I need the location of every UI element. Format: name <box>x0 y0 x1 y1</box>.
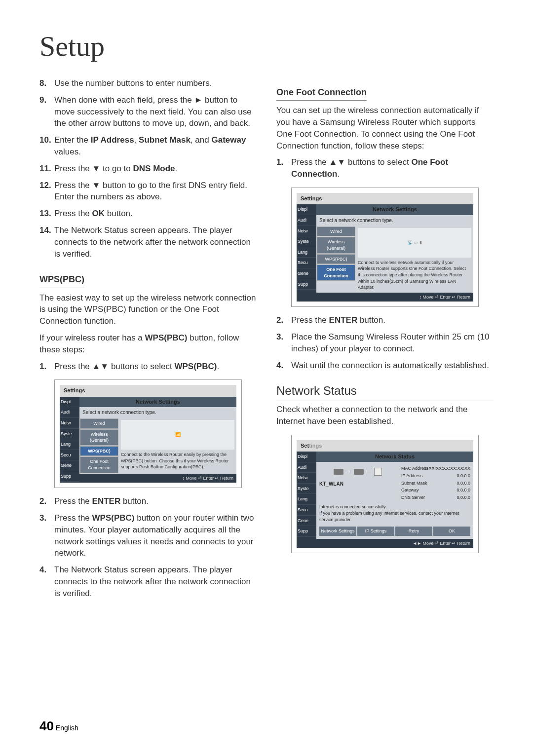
osd-footer: ↕ Move ⏎ Enter ↩ Return <box>316 293 473 302</box>
osd-opt-wpspbc: WPS(PBC) <box>317 254 355 265</box>
osd-opt-wireless: Wireless (General) <box>317 237 355 253</box>
osd-desc-text: Connect to the Wireless Router easily by… <box>121 452 234 470</box>
step-num: 2. <box>276 314 291 326</box>
osd-side-item: Secu <box>297 258 316 268</box>
osd-prompt: Select a network connection type. <box>79 407 236 418</box>
osd-desc-area: 📡 ▭ ▮ Connect to wireless network automa… <box>356 226 473 293</box>
wifi-ssid: KT_WLAN <box>319 481 396 488</box>
osd-title: Network Settings <box>316 204 473 215</box>
osd-opt-wired: Wired <box>317 227 355 237</box>
osd-side-item: Netw <box>60 418 79 429</box>
router-icon: 📡 ▭ ▮ <box>358 228 471 258</box>
osd-side-item: Gene <box>60 460 79 471</box>
osd-wps: Settings Displ Audi Netw Syste Lang Secu… <box>54 379 242 488</box>
step-num: 8. <box>39 77 54 89</box>
step-num: 14. <box>39 225 54 260</box>
step-num: 1. <box>276 156 291 180</box>
osd-side-item: Secu <box>297 505 316 516</box>
step-num: 1. <box>39 361 54 373</box>
osd-settings-label: Settings <box>297 440 473 452</box>
osd-settings-label: Settings <box>297 193 473 204</box>
osd-side-item: Audi <box>60 407 79 418</box>
osd-side-item: Lang <box>297 494 316 505</box>
status-key: MAC Address <box>401 465 428 472</box>
steps-onefoot-1: 1.Press the ▲▼ buttons to select One Foo… <box>276 156 494 180</box>
osd-prompt: Select a network connection type. <box>316 215 473 226</box>
osd-side-item: Gene <box>297 268 316 279</box>
osd-btn-retry: Retry <box>395 527 432 536</box>
step-text: Press the ▲▼ buttons to select One Foot … <box>291 156 494 180</box>
step-text: Press the ▲▼ buttons to select WPS(PBC). <box>54 361 257 373</box>
status-intro: Check whether a connection to the networ… <box>276 404 494 427</box>
osd-side-item: Secu <box>60 450 79 461</box>
network-topology-icon: —— <box>319 465 396 479</box>
osd-title: Network Settings <box>79 397 236 407</box>
onefoot-intro: You can set up the wireless connection a… <box>276 105 494 151</box>
status-val: 0.0.0.0 <box>457 487 470 493</box>
subhead-wps: WPS(PBC) <box>39 273 84 288</box>
step-text: Press the ▼ button to go to the first DN… <box>54 180 257 203</box>
osd-side-item: Syste <box>297 236 316 247</box>
left-column: 8.Use the number buttons to enter number… <box>39 77 257 605</box>
section-network-status: Network Status <box>276 382 494 402</box>
osd-desc-text: Connect to wireless network automaticall… <box>358 260 471 291</box>
step-num: 3. <box>39 512 54 559</box>
step-text: Enter the IP Address, Subnet Mask, and G… <box>54 134 257 158</box>
status-key: DNS Server <box>401 494 425 501</box>
osd-side-item: Netw <box>297 473 316 484</box>
wps-lead: If your wireless router has a WPS(PBC) b… <box>39 332 257 356</box>
status-val: 0.0.0.0 <box>457 480 470 487</box>
status-key: Gateway <box>401 487 419 493</box>
osd-side-item: Gene <box>297 516 316 527</box>
wifi-icon: 📶 <box>121 420 234 450</box>
osd-opt-onefoot: One Foot Connection <box>317 265 355 281</box>
status-val: 0.0.0.0 <box>457 473 470 479</box>
osd-side-item: Lang <box>60 439 79 450</box>
two-col-layout: 8.Use the number buttons to enter number… <box>39 77 494 605</box>
step-num: 2. <box>39 495 54 507</box>
page-lang: English <box>56 724 78 732</box>
osd-side-item: Supp <box>297 526 316 537</box>
osd-sidebar: Displ Audi Netw Syste Lang Secu Gene Sup… <box>297 204 316 302</box>
status-val: 0.0.0.0 <box>457 494 470 501</box>
osd-status-title: Network Status <box>316 452 473 462</box>
page-footer: 40 English <box>39 718 78 734</box>
steps-wps-2: 2.Press the ENTER button. 3.Press the WP… <box>39 495 257 599</box>
osd-btn-ok: OK <box>433 527 470 536</box>
osd-btn-ipsettings: IP Settings <box>357 527 394 536</box>
osd-opt-onefoot: One Foot Connection <box>80 456 118 473</box>
step-text: Press the ENTER button. <box>291 314 494 326</box>
osd-side-item: Syste <box>297 484 316 494</box>
osd-side-item: Netw <box>297 226 316 237</box>
step-text: Press the OK button. <box>54 208 257 220</box>
step-text: When done with each field, press the ► b… <box>54 94 257 129</box>
step-text: Place the Samsung Wireless Router within… <box>291 331 494 355</box>
status-values: MAC AddressXX:XX:XX:XX:XX:XX IP Address0… <box>401 465 470 501</box>
osd-footer: ↕ Move ⏎ Enter ↩ Return <box>79 474 236 483</box>
osd-options: Wired Wireless (General) WPS(PBC) One Fo… <box>79 418 119 474</box>
right-column: One Foot Connection You can set up the w… <box>276 77 494 605</box>
osd-side-item: Displ <box>297 204 316 215</box>
osd-options: Wired Wireless (General) WPS(PBC) One Fo… <box>316 226 356 293</box>
step-num: 13. <box>39 208 54 220</box>
page-title: Setup <box>39 30 494 63</box>
step-text: Press the ENTER button. <box>54 495 257 507</box>
osd-sidebar: Displ Audi Netw Syste Lang Secu Gene Sup… <box>60 397 79 483</box>
step-num: 3. <box>276 331 291 355</box>
step-num: 12. <box>39 180 54 203</box>
step-text: Press the WPS(PBC) button on your router… <box>54 512 257 559</box>
osd-side-item: Supp <box>60 471 79 482</box>
status-key: Subnet Mask <box>401 480 427 487</box>
osd-opt-wireless: Wireless (General) <box>80 429 118 446</box>
page-number: 40 <box>39 718 54 733</box>
osd-btn-netsettings: Network Settings <box>319 527 356 536</box>
status-msg2: If you have a problem using any Internet… <box>319 510 470 523</box>
step-num: 10. <box>39 134 54 158</box>
step-num: 4. <box>39 564 54 599</box>
status-msg1: Internet is connected successfully. <box>319 504 470 510</box>
osd-side-item: Syste <box>60 429 79 440</box>
osd-side-item: Displ <box>60 397 79 408</box>
osd-footer: ◄► Move ⏎ Enter ↩ Return <box>316 539 473 548</box>
osd-settings-label: Settings <box>60 385 236 396</box>
status-key: IP Address <box>401 473 422 479</box>
